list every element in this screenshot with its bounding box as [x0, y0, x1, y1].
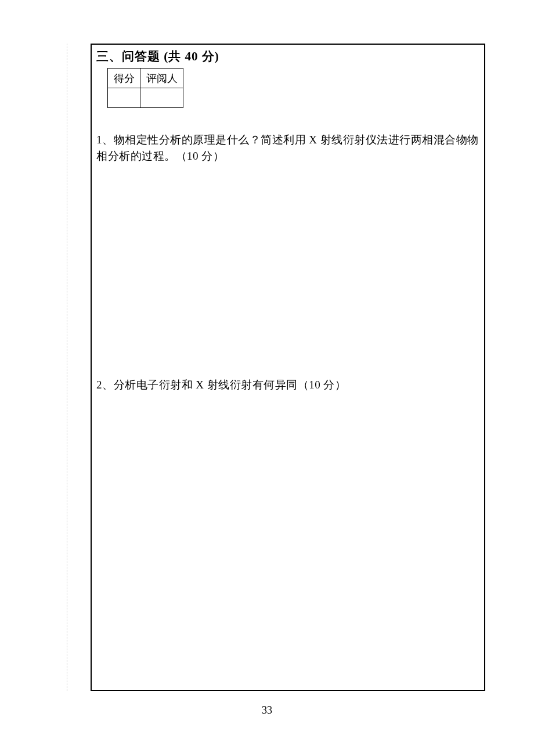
score-table-value-row [108, 88, 183, 108]
content-box: 三、问答题 (共 40 分) 得分 评阅人 1、物相定性分析的原理是什么？简述利… [91, 44, 485, 691]
question-2: 2、分析电子衍射和 X 射线衍射有何异同（10 分） [96, 377, 479, 393]
reviewer-header: 评阅人 [140, 69, 183, 88]
score-table: 得分 评阅人 [107, 68, 183, 108]
question-1: 1、物相定性分析的原理是什么？简述利用 X 射线衍射仪法进行两相混合物物相分析的… [96, 132, 479, 164]
page-container: 三、问答题 (共 40 分) 得分 评阅人 1、物相定性分析的原理是什么？简述利… [67, 44, 485, 691]
page-number: 33 [0, 704, 534, 717]
reviewer-cell [140, 88, 183, 108]
score-table-header-row: 得分 评阅人 [108, 69, 183, 88]
score-cell [108, 88, 140, 108]
score-header: 得分 [108, 69, 140, 88]
section-title: 三、问答题 (共 40 分) [96, 48, 219, 64]
